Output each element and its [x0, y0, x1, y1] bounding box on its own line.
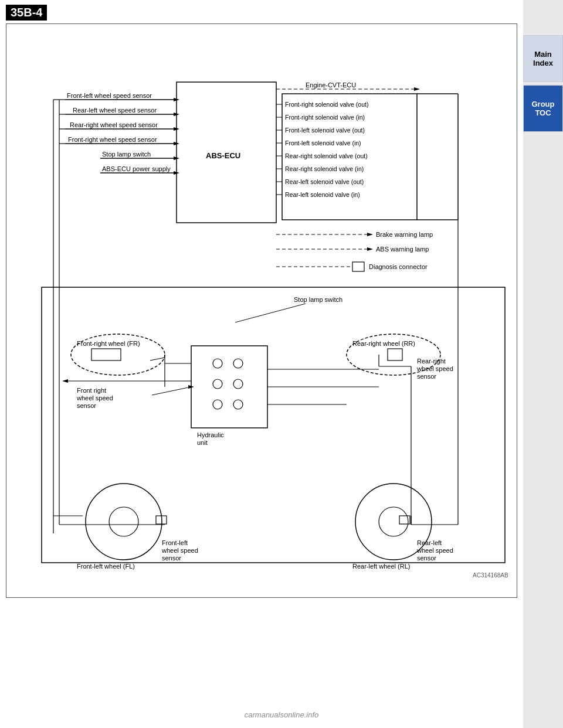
diagram-area: ABS-ECU Front-left wheel speed sensor Re…: [6, 23, 517, 598]
group-toc-button[interactable]: GroupTOC: [523, 85, 563, 132]
svg-text:Diagnosis connector: Diagnosis connector: [369, 263, 428, 270]
svg-text:wheel speed: wheel speed: [416, 547, 453, 554]
main-index-button[interactable]: MainIndex: [523, 35, 563, 82]
svg-text:wheel speed: wheel speed: [76, 394, 113, 402]
svg-text:Front-right wheel (FR): Front-right wheel (FR): [77, 340, 140, 347]
svg-rect-65: [91, 349, 121, 360]
svg-point-56: [213, 359, 222, 368]
svg-text:Rear-left solenoid valve (out): Rear-left solenoid valve (out): [285, 178, 364, 185]
svg-text:Rear-right solenoid valve (out: Rear-right solenoid valve (out): [285, 152, 368, 159]
svg-text:AC314168AB: AC314168AB: [473, 572, 508, 579]
svg-marker-44: [367, 233, 373, 236]
svg-text:sensor: sensor: [417, 373, 436, 380]
svg-marker-47: [367, 247, 373, 251]
svg-line-70: [152, 387, 191, 395]
svg-point-82: [109, 507, 138, 536]
svg-text:Rear-left solenoid valve (in): Rear-left solenoid valve (in): [285, 191, 360, 198]
svg-text:wheel speed: wheel speed: [416, 365, 453, 372]
svg-rect-55: [191, 346, 267, 428]
page-number: 35B-4: [6, 5, 47, 21]
svg-text:Stop lamp switch: Stop lamp switch: [102, 151, 151, 158]
svg-text:Rear-right wheel speed sensor: Rear-right wheel speed sensor: [70, 121, 158, 128]
svg-rect-50: [352, 262, 364, 271]
svg-line-54: [235, 304, 306, 322]
svg-text:Front-right wheel speed sensor: Front-right wheel speed sensor: [68, 136, 157, 143]
svg-marker-111: [62, 379, 68, 383]
svg-point-57: [233, 359, 243, 368]
svg-text:ABS-ECU power supply: ABS-ECU power supply: [102, 165, 171, 172]
svg-text:Hydraulic: Hydraulic: [197, 431, 224, 438]
svg-text:ABS-ECU: ABS-ECU: [206, 151, 240, 160]
svg-text:Front-right solenoid valve (in: Front-right solenoid valve (in): [285, 114, 365, 121]
svg-text:Rear-left wheel (RL): Rear-left wheel (RL): [352, 563, 410, 570]
watermark: carmanualsonline.info: [245, 710, 318, 719]
svg-text:Rear-left wheel speed sensor: Rear-left wheel speed sensor: [73, 107, 157, 114]
svg-text:Engine-CVT-ECU: Engine-CVT-ECU: [306, 81, 356, 89]
svg-text:ABS warning lamp: ABS warning lamp: [376, 246, 429, 253]
svg-rect-73: [388, 349, 402, 360]
svg-point-58: [213, 379, 222, 389]
svg-text:sensor: sensor: [77, 402, 96, 409]
svg-text:sensor: sensor: [162, 554, 181, 562]
svg-text:wheel speed: wheel speed: [161, 547, 198, 554]
svg-point-81: [86, 484, 162, 560]
svg-text:Front-left solenoid valve (out: Front-left solenoid valve (out): [285, 127, 365, 134]
svg-rect-52: [42, 287, 505, 563]
svg-text:Front-right solenoid valve (ou: Front-right solenoid valve (out): [285, 101, 368, 108]
svg-text:Front-left solenoid valve (in): Front-left solenoid valve (in): [285, 140, 361, 147]
svg-text:Rear-right wheel (RR): Rear-right wheel (RR): [352, 340, 415, 347]
svg-text:Rear-right solenoid valve (in): Rear-right solenoid valve (in): [285, 165, 364, 172]
svg-text:Front-left wheel speed sensor: Front-left wheel speed sensor: [67, 92, 152, 99]
svg-line-109: [150, 358, 165, 360]
svg-text:Brake warning lamp: Brake warning lamp: [376, 231, 433, 238]
svg-text:Rear-right: Rear-right: [417, 358, 446, 365]
svg-point-61: [233, 400, 243, 409]
svg-point-59: [233, 379, 243, 389]
svg-text:Front-left wheel (FL): Front-left wheel (FL): [77, 563, 135, 570]
right-sidebar: MainIndex GroupTOC: [523, 0, 563, 728]
svg-text:sensor: sensor: [417, 554, 436, 562]
svg-text:Front right: Front right: [77, 387, 106, 394]
svg-text:unit: unit: [197, 439, 208, 446]
svg-point-89: [379, 507, 408, 536]
svg-text:Front-left: Front-left: [162, 539, 188, 546]
svg-point-60: [213, 400, 222, 409]
svg-text:Stop lamp switch: Stop lamp switch: [294, 296, 342, 303]
svg-text:Rear-left: Rear-left: [417, 539, 442, 546]
svg-marker-22: [414, 87, 420, 91]
